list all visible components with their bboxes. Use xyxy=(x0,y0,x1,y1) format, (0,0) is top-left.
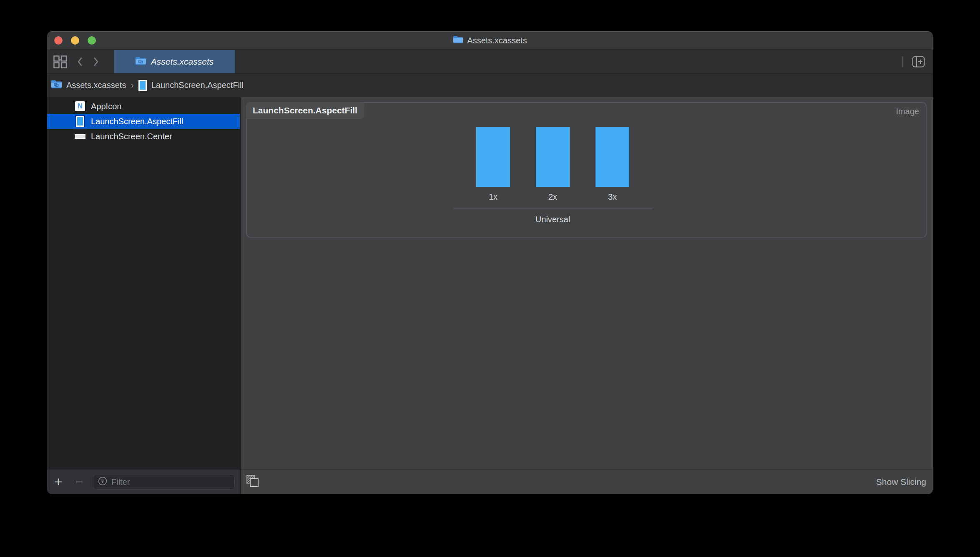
list-item-label: AppIcon xyxy=(91,102,121,111)
imageset-thumbnail-icon xyxy=(138,80,147,91)
toolbar-divider xyxy=(902,56,903,67)
window-title-text: Assets.xcassets xyxy=(467,36,527,45)
scale-label: 1x xyxy=(489,192,498,202)
list-item-launchscreen-center[interactable]: LaunchScreen.Center xyxy=(47,129,240,144)
breadcrumb: Assets.xcassets › LaunchScreen.AspectFil… xyxy=(47,74,933,97)
xcode-asset-catalog-window: Assets.xcassets xyxy=(47,31,933,494)
scale-slot-3x: 3x xyxy=(583,127,642,202)
image-set-editor: LaunchScreen.AspectFill Image 1x 2x xyxy=(241,97,933,494)
sidebar-bottom-bar: + − xyxy=(47,469,240,494)
idiom-divider xyxy=(453,208,652,209)
folder-icon xyxy=(453,35,463,46)
image-set-title: LaunchScreen.AspectFill xyxy=(246,102,364,119)
window-title: Assets.xcassets xyxy=(47,31,933,50)
scale-label: 2x xyxy=(548,192,557,202)
overlapping-squares-icon xyxy=(246,474,259,489)
editor-bottom-bar: Show Slicing xyxy=(241,469,933,494)
folder-icon xyxy=(51,80,62,91)
title-bar: Assets.xcassets xyxy=(47,31,933,50)
forward-button[interactable] xyxy=(93,56,99,67)
scale-label: 3x xyxy=(608,192,617,202)
add-editor-button[interactable] xyxy=(912,56,925,68)
appicon-icon: N xyxy=(75,101,85,111)
tab-label: Assets.xcassets xyxy=(151,57,214,67)
idiom-label: Universal xyxy=(453,215,652,224)
tab-overview-button[interactable] xyxy=(53,55,68,68)
slicing-toggle-button[interactable] xyxy=(246,469,259,494)
content-area: N AppIcon LaunchScreen.AspectFill Launch… xyxy=(47,97,933,494)
image-well-1x[interactable] xyxy=(476,127,510,187)
scale-slot-1x: 1x xyxy=(463,127,523,202)
breadcrumb-label: Assets.xcassets xyxy=(66,80,126,90)
filter-icon xyxy=(98,476,108,488)
asset-list-sidebar: N AppIcon LaunchScreen.AspectFill Launch… xyxy=(47,97,240,494)
folder-icon xyxy=(135,56,146,67)
tab-bar: Assets.xcassets xyxy=(47,50,933,74)
scale-wells: 1x 2x 3x Universal xyxy=(453,127,652,224)
image-well-3x[interactable] xyxy=(596,127,629,187)
asset-list: N AppIcon LaunchScreen.AspectFill Launch… xyxy=(47,97,240,144)
show-slicing-button[interactable]: Show Slicing xyxy=(876,469,926,494)
chevron-right-icon: › xyxy=(131,80,133,91)
asset-type-label: Image xyxy=(896,107,919,116)
image-well-2x[interactable] xyxy=(536,127,570,187)
list-item-launchscreen-aspectfill[interactable]: LaunchScreen.AspectFill xyxy=(47,114,240,129)
filter-input[interactable] xyxy=(111,477,230,487)
list-item-appicon[interactable]: N AppIcon xyxy=(47,99,240,114)
list-item-label: LaunchScreen.Center xyxy=(91,132,172,141)
breadcrumb-item-imageset[interactable]: LaunchScreen.AspectFill xyxy=(138,80,244,91)
image-set-groupbox: LaunchScreen.AspectFill Image 1x 2x xyxy=(246,102,927,238)
imageset-thumbnail-icon xyxy=(75,116,85,127)
add-asset-button[interactable]: + xyxy=(51,469,65,494)
scale-slot-2x: 2x xyxy=(523,127,583,202)
back-button[interactable] xyxy=(77,56,83,67)
imageset-wide-thumbnail-icon xyxy=(75,134,85,139)
tab-assets-xcassets[interactable]: Assets.xcassets xyxy=(114,50,235,73)
filter-field[interactable] xyxy=(93,474,235,490)
remove-asset-button[interactable]: − xyxy=(72,469,86,494)
breadcrumb-label: LaunchScreen.AspectFill xyxy=(151,80,244,90)
breadcrumb-item-catalog[interactable]: Assets.xcassets xyxy=(51,80,126,91)
list-item-label: LaunchScreen.AspectFill xyxy=(91,117,183,126)
